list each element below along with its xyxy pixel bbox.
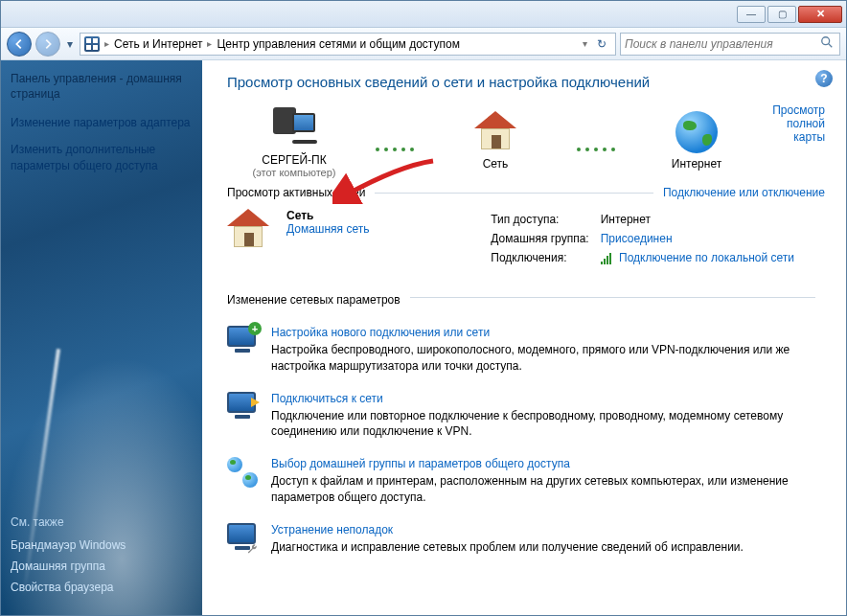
task-link[interactable]: Подключиться к сети [271, 392, 825, 405]
search-input[interactable] [625, 37, 820, 51]
nav-forward-button[interactable] [35, 32, 60, 57]
homegroup-icon [227, 457, 258, 488]
chevron-right-icon: ▸ [103, 38, 111, 49]
divider [410, 297, 815, 298]
main-content: ? Просмотр основных сведений о сети и на… [202, 60, 846, 615]
see-also-firewall[interactable]: Брандмауэр Windows [11, 538, 193, 552]
maximize-button[interactable]: ▢ [767, 6, 796, 23]
search-icon[interactable] [820, 35, 836, 52]
pc-sub-label: (этот компьютер) [227, 167, 361, 178]
task-desc: Доступ к файлам и принтерам, расположенн… [271, 474, 789, 504]
connect-disconnect-link[interactable]: Подключение или отключение [663, 186, 825, 199]
task-desc: Настройка беспроводного, широкополосного… [271, 343, 790, 373]
task-troubleshoot: Устранение неполадок Диагностика и испра… [227, 523, 825, 556]
toolbar: ▾ ▸ Сеть и Интернет ▸ Центр управления с… [1, 28, 846, 60]
homegroup-link[interactable]: Присоединен [601, 232, 673, 245]
access-type-value: Интернет [601, 211, 804, 228]
full-map-link[interactable]: Просмотр полной карты [764, 103, 825, 144]
internet-label: Интернет [630, 157, 764, 171]
see-also-browser[interactable]: Свойства браузера [11, 581, 193, 594]
refresh-button[interactable]: ↻ [592, 37, 611, 51]
task-connect-network: Подключиться к сети Подключение или повт… [227, 392, 825, 441]
connections-label: Подключения: [491, 249, 598, 266]
connection-link[interactable]: Подключение по локальной сети [619, 251, 794, 264]
active-networks-heading: Просмотр активных сетей [227, 186, 365, 199]
network-label: Сеть [428, 157, 562, 171]
map-node-internet: Интернет [630, 111, 764, 171]
close-button[interactable]: ✕ [798, 6, 842, 23]
minimize-button[interactable]: — [737, 6, 766, 23]
breadcrumb-dropdown[interactable]: ▾ [581, 38, 589, 49]
task-link[interactable]: Настройка нового подключения или сети [271, 326, 825, 339]
divider [375, 193, 653, 194]
sidebar-link-adapter-settings[interactable]: Изменение параметров адаптера [11, 115, 193, 130]
nav-history-dropdown[interactable]: ▾ [64, 32, 76, 57]
page-title: Просмотр основных сведений о сети и наст… [227, 74, 825, 90]
see-also-heading: См. также [11, 515, 193, 529]
globe-icon [675, 111, 718, 153]
breadcrumb[interactable]: ▸ Сеть и Интернет ▸ Центр управления сет… [80, 33, 616, 56]
nav-back-button[interactable] [7, 32, 32, 57]
task-link[interactable]: Устранение неполадок [271, 523, 744, 536]
sidebar-home-link[interactable]: Панель управления - домашняя страница [11, 72, 193, 102]
window: — ▢ ✕ ▾ ▸ Сеть и Интернет ▸ Центр управл… [0, 0, 847, 616]
connection-line-icon [361, 148, 428, 151]
network-properties: Тип доступа: Интернет Домашняя группа: П… [489, 209, 806, 268]
homegroup-label: Домашняя группа: [491, 230, 598, 247]
sidebar: Панель управления - домашняя страница Из… [1, 60, 202, 615]
task-desc: Подключение или повторное подключение к … [271, 409, 783, 439]
task-new-connection: + Настройка нового подключения или сети … [227, 326, 825, 375]
task-homegroup: Выбор домашней группы и параметров общег… [227, 457, 825, 506]
troubleshoot-icon [227, 523, 258, 554]
control-panel-icon [84, 36, 100, 52]
search-box[interactable] [620, 33, 840, 56]
house-icon [227, 209, 273, 255]
connect-network-icon [227, 392, 258, 422]
breadcrumb-item[interactable]: Сеть и Интернет [114, 37, 202, 51]
active-network-name: Сеть [286, 209, 369, 222]
task-desc: Диагностика и исправление сетевых пробле… [271, 540, 744, 554]
network-category-link[interactable]: Домашняя сеть [286, 222, 369, 236]
signal-icon [601, 253, 614, 264]
new-connection-icon: + [227, 326, 258, 356]
connection-line-icon [562, 148, 630, 151]
map-node-pc: СЕРГЕЙ-ПК (этот компьютер) [227, 103, 361, 178]
pc-name-label: СЕРГЕЙ-ПК [227, 153, 361, 167]
breadcrumb-item[interactable]: Центр управления сетями и общим доступом [217, 37, 460, 51]
svg-point-0 [822, 37, 830, 45]
sidebar-link-sharing-settings[interactable]: Изменить дополнительные параметры общего… [11, 142, 193, 172]
svg-line-1 [829, 44, 833, 48]
titlebar: — ▢ ✕ [1, 1, 846, 28]
change-settings-heading: Изменение сетевых параметров [227, 293, 401, 307]
map-node-network: Сеть [428, 111, 562, 171]
access-type-label: Тип доступа: [491, 211, 598, 228]
help-icon[interactable]: ? [815, 70, 833, 87]
see-also-homegroup[interactable]: Домашняя группа [11, 559, 193, 573]
task-link[interactable]: Выбор домашней группы и параметров общег… [271, 457, 825, 470]
computer-icon [271, 103, 317, 149]
house-icon [474, 111, 516, 153]
chevron-right-icon: ▸ [205, 38, 214, 49]
